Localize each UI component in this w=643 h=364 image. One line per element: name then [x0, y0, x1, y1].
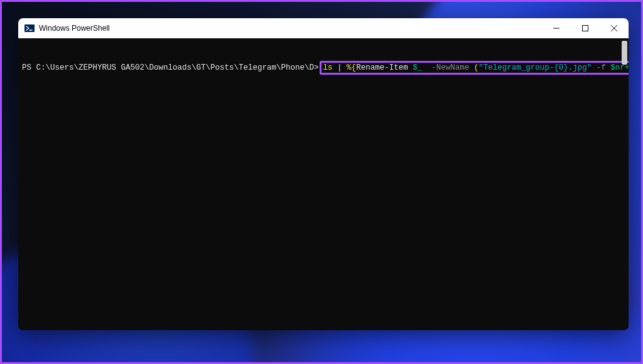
- powershell-icon: [24, 23, 35, 33]
- cmd-paren-open: (: [474, 63, 479, 73]
- cmd-pipe: |: [333, 63, 347, 73]
- cmd-format-string: "Telegram_group-{0}.jpg": [478, 63, 592, 73]
- cmd-format-op: -f: [597, 63, 611, 73]
- svg-rect-3: [583, 26, 588, 31]
- maximize-button[interactable]: [571, 18, 600, 38]
- prompt-path: PS C:\Users\ZEPHYRUS GA502\Downloads\GT\…: [22, 63, 319, 73]
- window-titlebar[interactable]: Windows PowerShell: [18, 18, 629, 38]
- prompt-line: PS C:\Users\ZEPHYRUS GA502\Downloads\GT\…: [22, 61, 625, 75]
- cmd-newname-param: -NewName: [431, 63, 474, 73]
- command-highlight: ls | %{ Rename-Item $_ -NewName ( "Teleg…: [320, 61, 629, 75]
- cmd-rename-item: Rename-Item: [356, 63, 413, 73]
- minimize-button[interactable]: [542, 18, 571, 38]
- scrollbar-thumb[interactable]: [622, 41, 627, 65]
- close-button[interactable]: [600, 18, 629, 38]
- window-title: Windows PowerShell: [39, 24, 542, 33]
- window-controls: [542, 18, 629, 38]
- powershell-window: Windows PowerShell PS C:\Users\ZEPHYRUS …: [18, 18, 629, 330]
- svg-rect-0: [24, 24, 35, 32]
- terminal-body[interactable]: PS C:\Users\ZEPHYRUS GA502\Downloads\GT\…: [18, 38, 629, 330]
- cmd-foreach: %{: [347, 63, 356, 73]
- cmd-ls: ls: [323, 63, 333, 73]
- cmd-pipeline-var: $_: [413, 63, 422, 73]
